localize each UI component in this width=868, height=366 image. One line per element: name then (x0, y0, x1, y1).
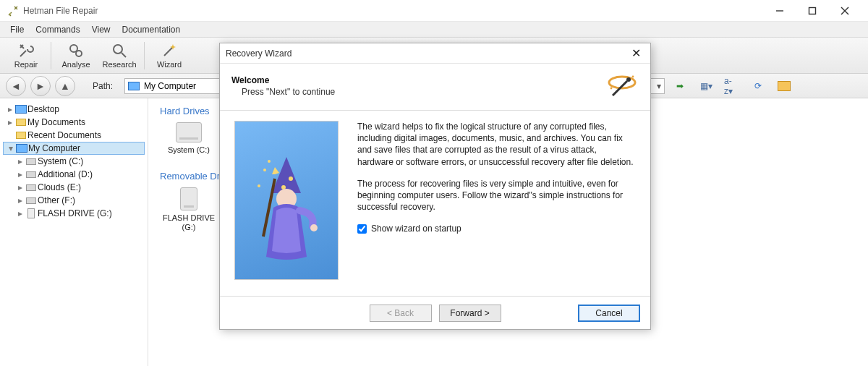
toolbar-repair[interactable]: Repair (4, 41, 48, 70)
dialog-paragraph-2: The process for recovering files is very… (357, 178, 634, 213)
search-icon (111, 42, 128, 59)
toolbar-analyse-label: Analyse (61, 60, 90, 69)
menu-commands[interactable]: Commands (30, 23, 85, 36)
image-options-icon[interactable]: ▦▾ (698, 78, 714, 94)
svg-point-0 (9, 12, 11, 14)
wand-icon (605, 69, 639, 103)
tree-clouds-e[interactable]: ▸Clouds (E:) (3, 181, 145, 194)
maximize-button[interactable] (796, 0, 828, 22)
back-button: < Back (370, 305, 432, 322)
wrench-icon (17, 42, 35, 59)
dialog-header: Welcome Press "Next" to continue (220, 64, 650, 110)
usb-drive-icon (180, 187, 197, 210)
window-title: Hetman File Repair (23, 6, 763, 16)
svg-point-7 (114, 45, 122, 54)
minimize-button[interactable] (763, 0, 796, 22)
menu-file[interactable]: File (4, 23, 30, 36)
title-bar: Hetman File Repair (0, 0, 868, 22)
toolbar-research-label: Research (102, 60, 136, 69)
app-icon (7, 5, 19, 17)
go-icon[interactable]: ➡ (672, 78, 688, 94)
svg-point-6 (76, 51, 82, 56)
sort-icon[interactable]: a-z▾ (724, 78, 740, 94)
svg-point-16 (289, 176, 293, 181)
dialog-welcome: Welcome (231, 75, 605, 85)
forward-button[interactable]: Forward > (439, 305, 501, 322)
path-label: Path: (93, 81, 113, 91)
toolbar-research[interactable]: Research (98, 41, 141, 70)
dialog-body: The wizard helps to fix the logical stru… (220, 111, 650, 296)
drive-icon (176, 122, 202, 142)
drive-system-c[interactable]: System (C:) (160, 122, 218, 155)
show-on-startup-row[interactable]: Show wizard on startup (357, 223, 634, 234)
svg-line-8 (122, 53, 126, 57)
tree-flash-g[interactable]: ▸FLASH DRIVE (G:) (3, 207, 145, 220)
refresh-icon[interactable]: ⟳ (750, 78, 766, 94)
gear-icon (67, 42, 85, 59)
toolbar-wizard[interactable]: Wizard (148, 41, 191, 70)
toolbar-separator (144, 42, 145, 69)
svg-point-19 (263, 169, 266, 171)
menu-view[interactable]: View (86, 23, 116, 36)
tree-other-f[interactable]: ▸Other (F:) (3, 194, 145, 207)
toolbar-analyse[interactable]: Analyse (54, 41, 98, 70)
tree-mycomputer[interactable]: ▾My Computer (3, 142, 145, 155)
tree-additional-d[interactable]: ▸Additional (D:) (3, 168, 145, 181)
svg-point-12 (626, 77, 631, 82)
folder-icon[interactable] (776, 78, 792, 94)
close-button[interactable] (828, 0, 861, 22)
dialog-paragraph-1: The wizard helps to fix the logical stru… (357, 121, 634, 168)
show-on-startup-checkbox[interactable] (357, 224, 367, 234)
nav-back-button[interactable]: ◄ (6, 76, 26, 96)
nav-forward-button[interactable]: ► (30, 76, 51, 96)
menu-bar: File Commands View Documentation (0, 22, 868, 38)
svg-point-15 (281, 185, 286, 190)
svg-point-22 (310, 224, 318, 231)
tree-desktop[interactable]: ▸Desktop (3, 103, 145, 116)
toolbar-wizard-label: Wizard (157, 60, 182, 69)
svg-line-9 (164, 47, 173, 56)
dialog-footer: < Back Forward > Cancel (220, 296, 650, 329)
toolbar-repair-label: Repair (14, 60, 38, 69)
path-value: My Computer (144, 81, 196, 91)
cancel-button[interactable]: Cancel (578, 305, 640, 322)
dialog-close-button[interactable]: ✕ (627, 45, 644, 62)
nav-up-button[interactable]: ▲ (55, 76, 75, 96)
svg-point-20 (258, 184, 260, 187)
toolbar-separator (51, 42, 51, 69)
dialog-title: Recovery Wizard (226, 48, 627, 59)
recovery-wizard-dialog: Recovery Wizard ✕ Welcome Press "Next" t… (219, 43, 651, 330)
drive-flash-g[interactable]: FLASH DRIVE (G:) (160, 187, 218, 232)
wizard-illustration (234, 121, 339, 280)
dialog-titlebar: Recovery Wizard ✕ (220, 43, 650, 64)
menu-documentation[interactable]: Documentation (116, 23, 187, 36)
tree-system-c[interactable]: ▸System (C:) (3, 155, 145, 168)
monitor-icon (128, 82, 140, 90)
tree-mydocuments[interactable]: ▸My Documents (3, 116, 145, 129)
tree-recent[interactable]: Recent Documents (3, 129, 145, 142)
dialog-text: The wizard helps to fix the logical stru… (357, 121, 634, 290)
show-on-startup-label: Show wizard on startup (371, 223, 461, 234)
svg-point-13 (632, 76, 634, 78)
folder-tree: ▸Desktop ▸My Documents Recent Documents … (0, 98, 148, 366)
svg-point-14 (610, 88, 613, 90)
svg-point-21 (268, 160, 271, 163)
svg-rect-2 (809, 7, 815, 14)
wand-icon (161, 42, 178, 59)
dialog-subtitle: Press "Next" to continue (242, 87, 605, 97)
